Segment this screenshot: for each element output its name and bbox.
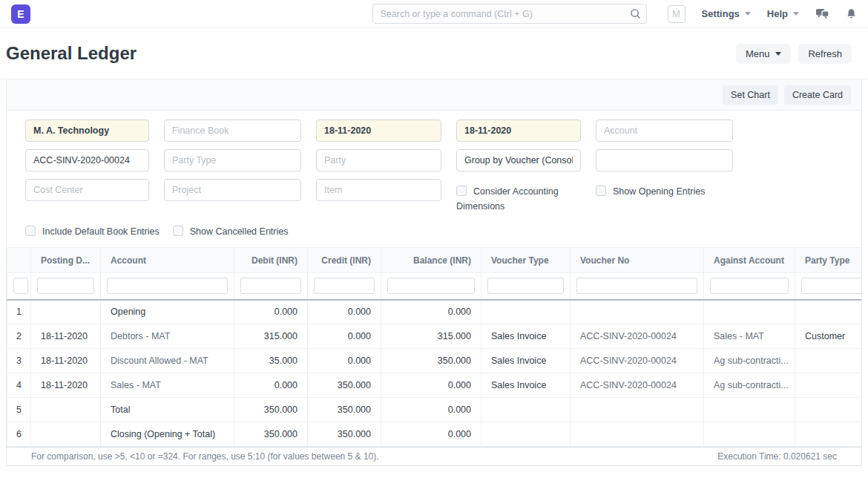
help-menu[interactable]: Help	[767, 8, 799, 19]
column-header-posting-date[interactable]: Posting D...	[31, 248, 101, 273]
extra-filter[interactable]	[596, 149, 733, 171]
table-cell: Sales Invoice	[481, 324, 571, 349]
ledger-table-wrap: Posting D... Account Debit (INR) Credit …	[7, 247, 861, 447]
execution-time: Execution Time: 0.020621 sec	[717, 451, 837, 462]
table-cell	[704, 398, 795, 422]
column-header-party-type[interactable]: Party Type	[795, 248, 862, 273]
table-cell: 350.000	[308, 422, 381, 447]
table-cell: Sales Invoice	[481, 349, 571, 373]
table-cell: 350.000	[308, 398, 381, 422]
table-cell: Discount Allowed - MAT	[101, 349, 234, 373]
user-avatar[interactable]: M	[668, 5, 685, 23]
row-index-cell: 1	[7, 300, 31, 324]
include-default-book-entries-checkbox[interactable]	[25, 226, 36, 236]
table-cell: ACC-SINV-2020-00024	[571, 373, 704, 398]
table-cell	[795, 349, 862, 373]
column-filter-input[interactable]	[801, 278, 861, 294]
search-input[interactable]	[372, 4, 647, 24]
chevron-down-icon	[745, 12, 751, 16]
table-row[interactable]: 218-11-2020Debtors - MAT315.0000.000315.…	[7, 324, 862, 349]
extra-filter-checkboxes: Include Default Book Entries Show Cancel…	[25, 226, 861, 247]
column-header-credit[interactable]: Credit (INR)	[308, 248, 381, 273]
set-chart-button[interactable]: Set Chart	[723, 85, 778, 105]
table-cell: 0.000	[308, 324, 381, 349]
column-header-against-account[interactable]: Against Account	[704, 248, 795, 273]
table-cell	[704, 422, 795, 447]
column-header-index	[7, 248, 31, 273]
party-filter[interactable]	[316, 149, 441, 171]
settings-label: Settings	[702, 8, 740, 19]
column-filter-input[interactable]	[13, 278, 28, 294]
to-date-filter[interactable]	[456, 119, 581, 142]
column-header-balance[interactable]: Balance (INR)	[381, 248, 481, 273]
table-cell: 0.000	[381, 422, 481, 447]
table-cell: Customer	[795, 324, 862, 349]
chevron-down-icon	[775, 52, 781, 56]
table-cell	[795, 373, 862, 398]
table-row[interactable]: 318-11-2020Discount Allowed - MAT35.0000…	[7, 349, 862, 373]
menu-button[interactable]: Menu	[736, 44, 792, 64]
table-cell	[795, 300, 862, 324]
column-filter-input[interactable]	[710, 278, 789, 294]
table-cell: ACC-SINV-2020-00024	[571, 324, 704, 349]
help-label: Help	[767, 8, 788, 19]
chat-icon[interactable]	[815, 8, 829, 20]
app-logo[interactable]: E	[11, 4, 30, 24]
table-row[interactable]: 5Total350.000350.0000.000	[7, 398, 862, 422]
table-cell	[31, 300, 101, 324]
table-cell: 0.000	[381, 373, 481, 398]
finance-book-filter[interactable]	[164, 119, 301, 142]
column-header-account[interactable]: Account	[101, 248, 234, 273]
table-cell	[795, 422, 862, 447]
row-index-cell: 2	[7, 324, 31, 349]
group-by-select[interactable]	[456, 149, 581, 171]
table-row[interactable]: 1Opening0.0000.0000.000	[7, 300, 862, 324]
item-filter[interactable]	[316, 179, 441, 201]
column-filter-input[interactable]	[576, 278, 697, 294]
include-default-book-entries-label: Include Default Book Entries	[42, 226, 160, 237]
table-row[interactable]: 418-11-2020Sales - MAT0.000350.0000.000S…	[7, 373, 862, 398]
column-filter-input[interactable]	[37, 278, 94, 294]
column-filter-input[interactable]	[107, 278, 228, 294]
column-header-debit[interactable]: Debit (INR)	[234, 248, 308, 273]
company-filter[interactable]	[25, 119, 149, 142]
column-filter-input[interactable]	[240, 278, 301, 294]
project-filter[interactable]	[164, 179, 301, 201]
page-actions: Menu Refresh	[736, 44, 852, 64]
table-cell: 0.000	[308, 300, 381, 324]
settings-menu[interactable]: Settings	[702, 8, 751, 19]
table-cell: 35.000	[234, 349, 308, 373]
ledger-table: Posting D... Account Debit (INR) Credit …	[7, 247, 861, 447]
table-cell: 0.000	[381, 398, 481, 422]
voucher-no-filter[interactable]	[25, 149, 149, 171]
party-type-filter[interactable]	[164, 149, 301, 171]
report-footer: For comparison, use >5, <10 or =324. For…	[7, 447, 861, 465]
table-cell: Opening	[101, 300, 234, 324]
table-row[interactable]: 6Closing (Opening + Total)350.000350.000…	[7, 422, 862, 447]
column-filter-input[interactable]	[314, 278, 375, 294]
row-index-cell: 5	[7, 398, 31, 422]
column-filter-input[interactable]	[487, 278, 564, 294]
consider-accounting-dimensions-checkbox[interactable]	[456, 186, 467, 196]
column-filter-input[interactable]	[387, 278, 475, 294]
cost-center-filter[interactable]	[25, 179, 149, 201]
table-cell: Total	[101, 398, 234, 422]
show-cancelled-entries-checkbox[interactable]	[173, 226, 183, 236]
table-cell	[571, 398, 704, 422]
show-opening-entries-checkbox[interactable]	[596, 186, 606, 196]
search-icon	[630, 8, 641, 22]
refresh-button[interactable]: Refresh	[798, 44, 852, 64]
navbar: E M Settings Help	[0, 0, 868, 28]
filter-area: Consider Accounting Dimensions Show Open…	[7, 111, 861, 214]
table-cell: 315.000	[234, 324, 308, 349]
report-card: Set Chart Create Card Consider Accountin…	[6, 79, 862, 466]
table-cell: Sales - MAT	[101, 373, 234, 398]
create-card-button[interactable]: Create Card	[784, 85, 851, 105]
table-cell	[481, 422, 571, 447]
column-header-voucher-no[interactable]: Voucher No	[571, 248, 704, 273]
consider-accounting-dimensions-label: Consider Accounting Dimensions	[456, 186, 559, 212]
column-header-voucher-type[interactable]: Voucher Type	[481, 248, 571, 273]
notification-bell-icon[interactable]	[846, 8, 857, 20]
account-filter[interactable]	[596, 119, 733, 142]
from-date-filter[interactable]	[316, 119, 441, 142]
